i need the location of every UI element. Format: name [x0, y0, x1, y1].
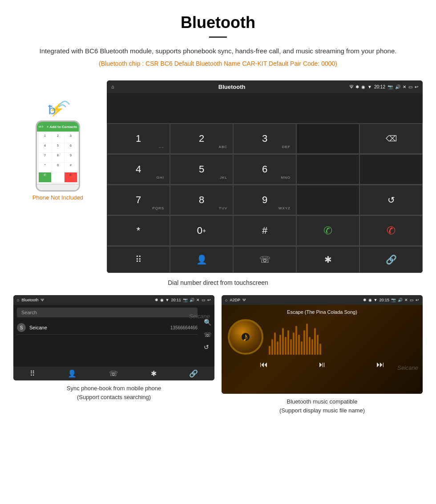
title-divider — [209, 36, 227, 38]
bt-music-icon: ♪ — [243, 330, 249, 344]
time-display: 20:12 — [374, 84, 385, 89]
album-art: ♪ — [228, 319, 263, 355]
status-right: Ψ ✱ ◉ ▼ 20:12 📷 🔊 ✕ ▭ ↩ — [350, 84, 418, 89]
grid-icon-pb[interactable]: ⠿ — [30, 369, 35, 378]
bt-icon-a2dp: ✱ — [363, 298, 367, 302]
loc-icon-a2dp: ◉ — [368, 298, 372, 302]
contact-letter: S — [17, 323, 26, 332]
dial-key-9[interactable]: 9WXYZ — [233, 185, 296, 215]
a2dp-title: A2DP — [230, 298, 240, 302]
link-icon[interactable]: 🔗 — [359, 246, 423, 273]
loc-icon-pb: ◉ — [160, 298, 164, 302]
eq-bar — [269, 346, 270, 355]
eq-bar — [314, 328, 316, 355]
play-pause-button[interactable]: ⏯ — [318, 360, 326, 369]
close-icon[interactable]: ✕ — [403, 84, 406, 89]
dial-key-5[interactable]: 5JKL — [170, 154, 233, 184]
dial-key-3[interactable]: 3DEF — [233, 124, 296, 154]
dial-key-4[interactable]: 4GHI — [107, 154, 170, 184]
dial-status-bar: ⌂ Bluetooth Ψ ✱ ◉ ▼ 20:12 📷 🔊 ✕ ▭ ↩ — [107, 80, 423, 93]
search-placeholder: Search — [21, 310, 37, 315]
a2dp-caption: Bluetooth music compatible (Support disp… — [279, 397, 365, 415]
refresh-key[interactable]: ↺ — [359, 185, 423, 215]
dial-key-star[interactable]: * — [107, 216, 170, 246]
bluetooth-specs: (Bluetooth chip : CSR BC6 Default Blueto… — [27, 60, 409, 67]
window-icon[interactable]: ▭ — [408, 84, 412, 89]
backspace-key[interactable]: ⌫ — [359, 124, 423, 154]
bluetooth-status-icon: ✱ — [355, 84, 359, 89]
phonebook-spacer — [17, 335, 198, 361]
dial-key-0[interactable]: 0+ — [170, 216, 233, 246]
home-icon-a2dp: ⌂ — [225, 298, 227, 302]
phonebook-icons-row: ⠿ 👤 ☏ ✱ 🔗 — [13, 367, 214, 380]
bt-icon-pb: ✱ — [155, 298, 158, 302]
eq-bar — [287, 330, 289, 355]
status-title: Bluetooth — [218, 84, 246, 90]
next-track-button[interactable]: ⏭ — [376, 360, 384, 369]
dial-key-1[interactable]: 1⌵⌵ — [107, 124, 170, 154]
signal-icon: ▼ — [367, 84, 372, 89]
eq-bar — [271, 339, 273, 355]
eq-bar — [298, 335, 300, 355]
camera-icon[interactable]: 📷 — [388, 84, 393, 89]
time-pb: 20:11 — [171, 298, 181, 302]
vol-icon-a2dp: 🔊 — [398, 298, 403, 302]
dial-key-7[interactable]: 7PQRS — [107, 185, 170, 215]
x-icon-a2dp: ✕ — [404, 298, 408, 302]
dial-display-area — [296, 124, 359, 154]
prev-track-button[interactable]: ⏮ — [260, 360, 268, 369]
contact-row: S Seicane 13566664466 — [17, 321, 198, 335]
music-main: ♪ — [226, 319, 418, 355]
bt-icon-pb2[interactable]: ✱ — [151, 369, 157, 378]
dial-key-2[interactable]: 2ABC — [170, 124, 233, 154]
contact-number: 13566664466 — [170, 325, 198, 330]
music-controls-row: ⏮ ⏯ ⏭ — [226, 356, 418, 373]
eq-bars — [269, 319, 416, 355]
link-icon-pb[interactable]: 🔗 — [189, 369, 198, 378]
contacts-icon[interactable]: 👤 — [170, 246, 233, 273]
dial-key-8[interactable]: 8TUV — [170, 185, 233, 215]
home-icon-pb: ⌂ — [17, 298, 19, 302]
phonebook-body: Search S Seicane 13566664466 — [13, 305, 214, 364]
page-description: Integrated with BC6 Bluetooth module, su… — [27, 46, 409, 56]
usb-icon-pb: Ψ — [40, 298, 44, 302]
refresh-right-icon[interactable]: ↺ — [204, 344, 212, 351]
back-icon-a2dp: ↩ — [416, 298, 419, 302]
call-right-icon[interactable]: ☏ — [204, 331, 212, 338]
call-button[interactable]: ✆ — [296, 216, 359, 246]
bluetooth-icon[interactable]: ✱ — [296, 246, 359, 273]
eq-bar — [279, 335, 281, 355]
hangup-button[interactable]: ✆ — [359, 216, 423, 246]
search-bar[interactable]: Search — [17, 308, 198, 317]
phonebook-status-bar: ⌂ Bluetooth Ψ ✱ ◉ ▼ 20:11 📷 🔊 ✕ ▭ ↩ — [13, 295, 214, 305]
win-icon-pb: ▭ — [202, 298, 206, 302]
phone-not-included-label: Phone Not Included — [32, 194, 83, 201]
eq-bar — [274, 332, 276, 355]
calls-icon[interactable]: ☏ — [233, 246, 296, 273]
svg-text:ƀ: ƀ — [48, 103, 56, 117]
page-header: Bluetooth Integrated with BC6 Bluetooth … — [0, 0, 436, 80]
sig-icon-a2dp: ▼ — [374, 298, 378, 302]
a2dp-mini-screen: ⌂ A2DP Ψ ✱ ◉ ▼ 20:15 📷 🔊 ✕ ▭ ↩ — [222, 295, 423, 394]
vol-icon-pb: 🔊 — [190, 298, 194, 302]
empty-cell-2 — [359, 154, 423, 184]
eq-bar — [303, 330, 305, 355]
dial-key-6[interactable]: 6MNO — [233, 154, 296, 184]
back-icon[interactable]: ↩ — [415, 84, 418, 89]
home-icon[interactable]: ⌂ — [111, 84, 114, 89]
phone-icon-pb[interactable]: ☏ — [109, 369, 118, 378]
phone-silhouette: M:0 + Add to Contacts 123 456 789 *0# ✆ … — [36, 120, 80, 192]
empty-cell-3 — [296, 185, 359, 215]
dial-key-hash[interactable]: # — [233, 216, 296, 246]
phone-bottom-strip — [37, 184, 79, 190]
dial-grid-row2: 4GHI 5JKL 6MNO — [107, 154, 423, 184]
eq-bar — [295, 326, 297, 355]
volume-icon[interactable]: 🔊 — [395, 84, 400, 89]
dialpad-icon[interactable]: ⠿ — [107, 246, 170, 273]
page-title: Bluetooth — [27, 13, 409, 32]
bottom-screens: ⌂ Bluetooth Ψ ✱ ◉ ▼ 20:11 📷 🔊 ✕ ▭ ↩ — [0, 295, 436, 415]
dial-grid-row3: 7PQRS 8TUV 9WXYZ ↺ — [107, 184, 423, 215]
user-icon-pb[interactable]: 👤 — [68, 369, 77, 378]
back-icon-pb: ↩ — [207, 298, 211, 302]
contact-name: Seicane — [29, 325, 167, 330]
